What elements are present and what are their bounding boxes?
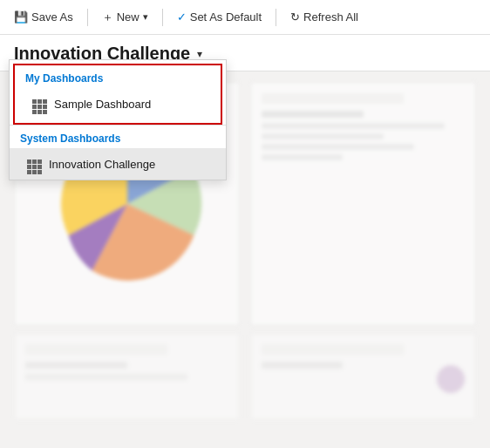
avatar xyxy=(437,365,465,393)
new-dropdown-arrow[interactable]: ▾ xyxy=(143,11,148,23)
sample-dashboard-grid-icon xyxy=(32,93,47,114)
refresh-icon: ↻ xyxy=(290,10,300,24)
bottom-right-card xyxy=(250,333,476,420)
innovation-challenge-label: Innovation Challenge xyxy=(49,158,155,171)
new-button[interactable]: ＋ New ▾ xyxy=(95,6,155,29)
new-label: New xyxy=(117,10,140,24)
save-icon: 💾 xyxy=(14,10,28,24)
sample-dashboard-label: Sample Dashboard xyxy=(54,98,151,111)
innovation-challenge-grid-icon xyxy=(27,153,42,174)
separator-1 xyxy=(87,9,88,26)
title-dropdown-arrow[interactable]: ▾ xyxy=(197,48,202,60)
bottom-left-card xyxy=(14,333,240,420)
plus-icon: ＋ xyxy=(102,10,113,25)
separator-3 xyxy=(276,9,276,26)
refresh-all-label: Refresh All xyxy=(303,10,358,24)
save-as-label: Save As xyxy=(31,10,73,24)
save-as-button[interactable]: 💾 Save As xyxy=(7,7,80,27)
separator-2 xyxy=(162,9,163,26)
set-as-default-button[interactable]: ✓ Set As Default xyxy=(170,7,269,27)
set-as-default-label: Set As Default xyxy=(190,10,262,24)
refresh-all-button[interactable]: ↻ Refresh All xyxy=(283,7,365,27)
main-toolbar: 💾 Save As ＋ New ▾ ✓ Set As Default ↻ Ref… xyxy=(0,0,490,35)
system-dashboards-header[interactable]: System Dashboards xyxy=(10,125,226,148)
bottom-cards xyxy=(0,333,490,434)
my-dashboards-header[interactable]: My Dashboards xyxy=(15,65,221,88)
sample-dashboard-item[interactable]: Sample Dashboard xyxy=(15,88,221,119)
my-dashboards-section: My Dashboards Sample Dashboard xyxy=(13,64,222,125)
checkmark-icon: ✓ xyxy=(177,10,187,24)
dashboard-dropdown: My Dashboards Sample Dashboard System Da… xyxy=(9,59,227,180)
innovation-challenge-item[interactable]: Innovation Challenge xyxy=(10,148,226,180)
right-top-card xyxy=(250,82,476,326)
